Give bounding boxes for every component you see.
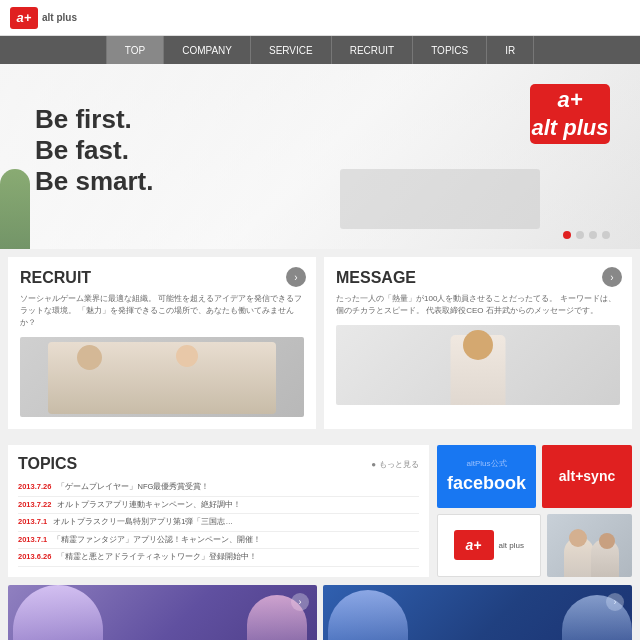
hero-dot-2[interactable] [576,231,584,239]
topics-right: altPlus公式 facebook alt+sync a+ alt plus [437,445,632,577]
topics-more[interactable]: ● もっと見る [371,459,419,470]
header: a+ alt plus [0,0,640,36]
game-box-sangokushi[interactable]: › 三国志ギルド CARNIVAL Three Kingdoms Guild C… [323,585,632,641]
recruit-box: › RECRUIT ソーシャルゲーム業界に最適な組織。 可能性を超えるアイデアを… [8,257,316,429]
hero-logo-letter: a+ [557,87,582,113]
recruit-arrow[interactable]: › [286,267,306,287]
plant-decoration [0,169,30,249]
hero-dot-4[interactable] [602,231,610,239]
hero-logo: a+ alt plus [530,84,610,144]
facebook-box[interactable]: altPlus公式 facebook [437,445,536,508]
hero-logo-subtext: alt plus [531,115,608,141]
nav-ir[interactable]: IR [487,36,534,64]
topics-left: TOPICS ● もっと見る 2013.7.26 「ゲームプレイヤー」NFG最優… [8,445,429,577]
two-col-section: › RECRUIT ソーシャルゲーム業界に最適な組織。 可能性を超えるアイデアを… [0,249,640,437]
altplus-small-text: alt plus [499,541,524,550]
altplus-small-box[interactable]: a+ alt plus [437,514,541,577]
hero-line1: Be first. Be fast. Be smart. [35,104,154,198]
topics-section: TOPICS ● もっと見る 2013.7.26 「ゲームプレイヤー」NFG最優… [0,437,640,585]
hero-logo-box: a+ alt plus [530,84,610,144]
nav-top[interactable]: TOP [106,36,164,64]
logo-text: alt plus [42,12,77,23]
logo-icon: a+ [10,7,38,29]
facebook-label: altPlus公式 [467,458,507,469]
message-image [336,325,620,405]
logo-letter: a+ [17,10,32,25]
topic-item-1[interactable]: 2013.7.26 「ゲームプレイヤー」NFG最優秀賞受賞！ [18,479,419,497]
topic-item-3[interactable]: 2013.7.1 オルトプラスクリ一島特別アプリ第1弾「三国志… [18,514,419,532]
hero-dot-3[interactable] [589,231,597,239]
topic-item-4[interactable]: 2013.7.1 「精霊ファンタジア」アプリ公認！キャンペーン、開催！ [18,532,419,550]
message-title: MESSAGE [336,269,620,287]
game-box-seireifantasia[interactable]: › 精霊ファンタジア The spirit of Fantasy 神出の代でモン… [8,585,317,641]
topics-inner: TOPICS ● もっと見る 2013.7.26 「ゲームプレイヤー」NFG最優… [8,445,632,577]
hero-banner: Be first. Be fast. Be smart. a+ alt plus [0,64,640,249]
recruit-body: ソーシャルゲーム業界に最適な組織。 可能性を超えるアイデアを発信できるフラットな… [20,293,304,329]
topics-title: TOPICS [18,455,77,473]
message-box: › MESSAGE たった一人の「熱量」が100人を動員させることだったてる。 … [324,257,632,429]
nav-topics[interactable]: TOPICS [413,36,487,64]
nav-recruit[interactable]: RECRUIT [332,36,413,64]
facebook-title: facebook [447,473,526,494]
message-body: たった一人の「熱量」が100人を動員させることだったてる。 キーワードは、個のチ… [336,293,620,317]
altsync-title: alt+sync [559,468,615,484]
altplus-small-logo: a+ [454,530,494,560]
message-arrow[interactable]: › [602,267,622,287]
staff-photo [547,514,633,577]
games-section: › 精霊ファンタジア The spirit of Fantasy 神出の代でモン… [0,585,640,641]
more-icon: ● [371,460,376,469]
topic-item-5[interactable]: 2013.6.26 「精霊と悪とアドライティネットワーク」登録開始中！ [18,549,419,567]
office-desk-decoration [340,169,540,229]
hero-dots [563,231,610,239]
altplus-logo-letter: a+ [466,537,482,553]
main-nav: TOP COMPANY SERVICE RECRUIT TOPICS IR [0,36,640,64]
topic-item-2[interactable]: 2013.7.22 オルトプラスアプリ連動キャンペーン、絶好調中！ [18,497,419,515]
recruit-title: RECRUIT [20,269,304,287]
recruit-image [20,337,304,417]
hero-text-block: Be first. Be fast. Be smart. [35,104,154,198]
altsync-box[interactable]: alt+sync [542,445,632,508]
logo-area[interactable]: a+ alt plus [10,7,77,29]
nav-service[interactable]: SERVICE [251,36,332,64]
nav-company[interactable]: COMPANY [164,36,251,64]
topics-header: TOPICS ● もっと見る [18,455,419,473]
hero-dot-1[interactable] [563,231,571,239]
